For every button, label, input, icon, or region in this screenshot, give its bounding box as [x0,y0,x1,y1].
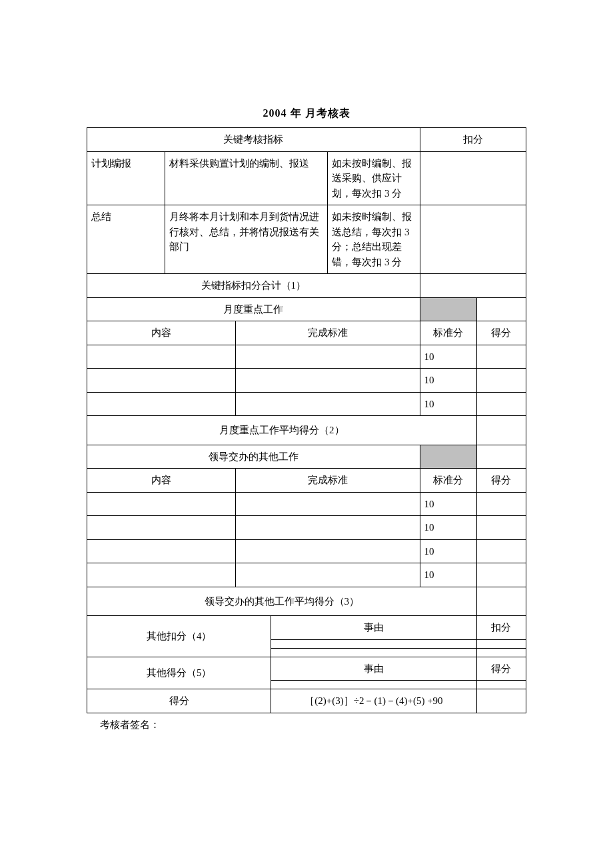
score-cell [476,539,526,563]
table-row: 内容 完成标准 标准分 得分 [87,469,526,493]
reason-cell [271,681,476,689]
table-row: 10 [87,369,526,393]
score-cell [476,648,526,657]
score-cell [476,516,526,540]
score-cell [476,392,526,416]
std-score-cell: 10 [420,345,476,369]
final-label: 得分 [87,689,271,713]
shaded-cell [420,297,476,321]
col-standard: 完成标准 [236,469,420,493]
score-cell [476,681,526,689]
table-row: 10 [87,345,526,369]
empty-cell [476,445,526,469]
table-row: 关键指标扣分合计（1） [87,274,526,298]
score-cell [476,492,526,516]
standard-cell [236,516,420,540]
extra-deduct-reason-label: 事由 [271,616,476,640]
content-cell [87,392,236,416]
table-row: 10 [87,492,526,516]
table-row: 关键考核指标 扣分 [87,128,526,152]
col-content: 内容 [87,469,236,493]
table-row: 其他扣分（4） 事由 扣分 [87,616,526,640]
table-row: 月度重点工作平均得分（2） [87,416,526,445]
content-cell [87,539,236,563]
kpi-desc: 月终将本月计划和本月到货情况进行核对、总结，并将情况报送有关部门 [165,205,327,274]
content-cell [87,369,236,393]
shaded-cell [420,445,476,469]
standard-cell [236,392,420,416]
table-row: 内容 完成标准 标准分 得分 [87,321,526,345]
col-score: 得分 [476,321,526,345]
kpi-name: 总结 [87,205,165,274]
std-score-cell: 10 [420,516,476,540]
standard-cell [236,345,420,369]
std-score-cell: 10 [420,492,476,516]
other-avg-cell [476,587,526,616]
empty-cell [476,297,526,321]
monthly-avg-cell [476,416,526,445]
kpi-rule: 如未按时编制、报送采购、供应计划，每次扣 3 分 [328,151,420,205]
monthly-avg-label: 月度重点工作平均得分（2） [87,416,477,445]
page-title: 2004 年 月考核表 [87,107,526,121]
final-score-cell [476,689,526,713]
table-row: 总结 月终将本月计划和本月到货情况进行核对、总结，并将情况报送有关部门 如未按时… [87,205,526,274]
kpi-score-cell [420,205,526,274]
score-cell [476,369,526,393]
content-cell [87,492,236,516]
standard-cell [236,563,420,587]
kpi-desc: 材料采供购置计划的编制、报送 [165,151,327,205]
other-section-header: 领导交办的其他工作 [87,445,420,469]
table-row: 得分 ［(2)+(3)］÷2－(1)－(4)+(5) +90 [87,689,526,713]
kpi-score-cell [420,151,526,205]
std-score-cell: 10 [420,392,476,416]
col-std-score: 标准分 [420,321,476,345]
extra-add-score-label: 得分 [476,657,526,681]
col-std-score: 标准分 [420,469,476,493]
content-cell [87,563,236,587]
deduct-header: 扣分 [420,128,526,152]
reason-cell [271,639,476,648]
col-score: 得分 [476,469,526,493]
other-avg-label: 领导交办的其他工作平均得分（3） [87,587,477,616]
std-score-cell: 10 [420,563,476,587]
standard-cell [236,492,420,516]
table-row: 领导交办的其他工作 [87,445,526,469]
extra-add-reason-label: 事由 [271,657,476,681]
extra-deduct-label: 其他扣分（4） [87,616,271,657]
table-row: 10 [87,539,526,563]
table-row: 10 [87,563,526,587]
kpi-total-label: 关键指标扣分合计（1） [87,274,420,298]
table-row: 月度重点工作 [87,297,526,321]
score-cell [476,639,526,648]
extra-deduct-score-label: 扣分 [476,616,526,640]
kpi-total-cell [420,274,526,298]
std-score-cell: 10 [420,539,476,563]
signature-label: 考核者签名： [87,719,526,731]
standard-cell [236,539,420,563]
extra-add-label: 其他得分（5） [87,657,271,689]
score-cell [476,345,526,369]
col-standard: 完成标准 [236,321,420,345]
reason-cell [271,648,476,657]
content-cell [87,345,236,369]
col-content: 内容 [87,321,236,345]
score-cell [476,563,526,587]
kpi-name: 计划编报 [87,151,165,205]
std-score-cell: 10 [420,369,476,393]
table-row: 其他得分（5） 事由 得分 [87,657,526,681]
kpi-rule: 如未按时编制、报送总结，每次扣 3 分；总结出现差错，每次扣 3 分 [328,205,420,274]
monthly-section-header: 月度重点工作 [87,297,420,321]
standard-cell [236,369,420,393]
final-formula: ［(2)+(3)］÷2－(1)－(4)+(5) +90 [271,689,476,713]
content-cell [87,516,236,540]
kpi-header: 关键考核指标 [87,128,420,152]
table-row: 计划编报 材料采供购置计划的编制、报送 如未按时编制、报送采购、供应计划，每次扣… [87,151,526,205]
table-row: 10 [87,516,526,540]
evaluation-table: 关键考核指标 扣分 计划编报 材料采供购置计划的编制、报送 如未按时编制、报送采… [87,127,526,713]
table-row: 10 [87,392,526,416]
table-row: 领导交办的其他工作平均得分（3） [87,587,526,616]
